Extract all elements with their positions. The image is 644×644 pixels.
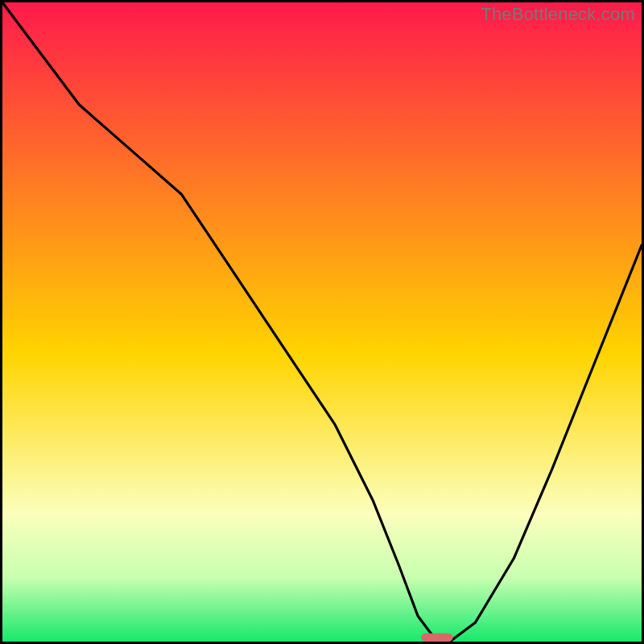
gradient-background [2, 2, 642, 642]
chart-frame: TheBottleneck.com [0, 0, 644, 644]
chart-svg [2, 2, 642, 642]
optimal-marker [421, 634, 453, 642]
watermark-text: TheBottleneck.com [481, 4, 635, 25]
